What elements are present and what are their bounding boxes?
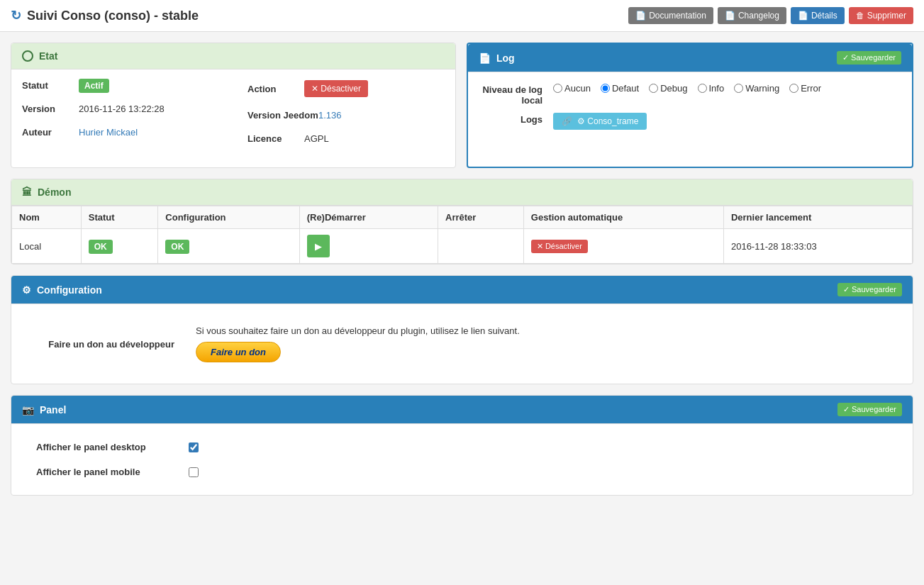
panel-section: 📷 Panel ✓ Sauvegarder Afficher le panel … <box>11 395 913 496</box>
radio-error[interactable]: Error <box>789 83 821 94</box>
etat-panel-header: Etat <box>11 43 455 69</box>
demon-panel: 🏛 Démon Nom Statut Configuration (Re)Dém… <box>11 179 913 264</box>
log-logs-row: Logs 🔗 ⚙ Conso_trame <box>479 113 901 130</box>
main-content: Etat Statut Actif Version <box>0 32 924 517</box>
changelog-button[interactable]: 📄 Changelog <box>718 7 786 24</box>
demon-panel-header: 🏛 Démon <box>11 179 913 206</box>
link-icon: 🔗 <box>562 116 572 126</box>
back-icon: ↻ <box>11 8 21 23</box>
config-icon: ⚙ <box>22 284 31 296</box>
cell-configuration: OK <box>158 229 299 264</box>
panel-mobile-checkbox[interactable] <box>189 467 199 477</box>
etat-panel: Etat Statut Actif Version <box>11 43 456 168</box>
panel-section-header: 📷 Panel ✓ Sauvegarder <box>11 396 913 424</box>
radio-defaut[interactable]: Defaut <box>601 83 639 94</box>
demon-icon: 🏛 <box>22 186 32 198</box>
etat-licence-row: Licence AGPL <box>247 133 445 144</box>
details-button[interactable]: 📄 Détails <box>791 7 845 24</box>
documentation-button[interactable]: 📄 Documentation <box>628 7 713 24</box>
cell-dernier-lancement: 2016-11-28 18:33:03 <box>723 229 912 264</box>
radio-info[interactable]: Info <box>698 83 725 94</box>
redemarrer-button[interactable]: ▶ <box>307 235 330 257</box>
panel-icon: 📷 <box>22 404 34 416</box>
log-panel-header: 📄 Log ✓ Sauvegarder <box>468 44 912 72</box>
log-icon: 📄 <box>479 52 491 64</box>
statut-badge: Actif <box>79 79 109 93</box>
demon-panel-body: Nom Statut Configuration (Re)Démarrer Ar… <box>11 206 913 264</box>
etat-statut-row: Statut Actif <box>22 80 219 91</box>
don-button[interactable]: Faire un don <box>196 342 281 362</box>
etat-action-row: Action ✕ Désactiver <box>247 80 445 97</box>
delete-button[interactable]: 🗑 Supprimer <box>849 7 913 24</box>
gestion-desactiver-button[interactable]: ✕ Désactiver <box>531 240 588 253</box>
col-nom: Nom <box>12 206 82 229</box>
log-radios: Aucun Defaut Debug Info Warning <box>553 83 821 94</box>
panel-desktop-checkbox[interactable] <box>189 442 199 452</box>
log-niveau-row: Niveau de log local Aucun Defaut Debug <box>479 83 901 106</box>
col-redemarrer: (Re)Démarrer <box>299 206 438 229</box>
trash-icon: 🗑 <box>856 11 864 21</box>
changelog-icon: 📄 <box>725 11 735 21</box>
configuration-panel-header: ⚙ Configuration ✓ Sauvegarder <box>11 276 913 304</box>
etat-version-row: Version 2016-11-26 13:22:28 <box>22 104 219 114</box>
col-statut: Statut <box>81 206 158 229</box>
version-value: 2016-11-26 13:22:28 <box>79 104 219 114</box>
logs-conso-button[interactable]: 🔗 ⚙ Conso_trame <box>553 113 647 130</box>
col-configuration: Configuration <box>158 206 299 229</box>
etat-panel-body: Statut Actif Version 2016-11-26 13:22:28… <box>11 69 455 167</box>
config-don-row: Faire un don au développeur Si vous souh… <box>22 315 902 373</box>
log-panel: 📄 Log ✓ Sauvegarder Niveau de log local … <box>467 43 913 168</box>
etat-version-jeedom-row: Version Jeedom 1.136 <box>247 110 445 121</box>
author-link[interactable]: Hurier Mickael <box>79 127 138 138</box>
details-icon: 📄 <box>798 11 808 21</box>
panel-mobile-row: Afficher le panel mobile <box>22 459 902 484</box>
top-bar: ↻ Suivi Conso (conso) - stable 📄 Documen… <box>0 0 924 32</box>
demon-table: Nom Statut Configuration (Re)Démarrer Ar… <box>11 206 913 264</box>
col-gestion-auto: Gestion automatique <box>523 206 723 229</box>
don-text: Si vous souhaitez faire un don au dévelo… <box>196 325 520 336</box>
doc-icon: 📄 <box>635 11 646 21</box>
config-save-button[interactable]: ✓ Sauvegarder <box>837 283 902 296</box>
top-row: Etat Statut Actif Version <box>11 43 913 179</box>
radio-debug[interactable]: Debug <box>649 83 687 94</box>
cell-gestion-auto: ✕ Désactiver <box>523 229 723 264</box>
radio-aucun[interactable]: Aucun <box>553 83 591 94</box>
page-title: ↻ Suivi Conso (conso) - stable <box>11 8 199 23</box>
log-panel-body: Niveau de log local Aucun Defaut Debug <box>468 72 912 140</box>
table-row: Local OK OK ▶ ✕ Désactiver <box>12 229 913 264</box>
panel-section-body: Afficher le panel desktop Afficher le pa… <box>11 424 913 495</box>
licence-value: AGPL <box>304 133 445 144</box>
col-arreter: Arrêter <box>438 206 524 229</box>
col-dernier-lancement: Dernier lancement <box>723 206 912 229</box>
desactiver-button[interactable]: ✕ Désactiver <box>304 80 368 97</box>
panel-desktop-row: Afficher le panel desktop <box>22 435 902 459</box>
etat-auteur-row: Auteur Hurier Mickael <box>22 127 219 138</box>
demon-table-header-row: Nom Statut Configuration (Re)Démarrer Ar… <box>12 206 913 229</box>
cell-arreter <box>438 229 524 264</box>
radio-warning[interactable]: Warning <box>734 83 779 94</box>
version-jeedom-link[interactable]: 1.136 <box>318 110 342 121</box>
circle-icon <box>22 50 33 62</box>
cell-redemarrer: ▶ <box>299 229 438 264</box>
log-save-button[interactable]: ✓ Sauvegarder <box>837 51 901 65</box>
panel-save-button[interactable]: ✓ Sauvegarder <box>837 403 902 416</box>
cell-statut: OK <box>81 229 158 264</box>
top-bar-buttons: 📄 Documentation 📄 Changelog 📄 Détails 🗑 … <box>628 7 913 24</box>
configuration-panel: ⚙ Configuration ✓ Sauvegarder Faire un d… <box>11 275 913 384</box>
cell-nom: Local <box>12 229 82 264</box>
configuration-panel-body: Faire un don au développeur Si vous souh… <box>11 304 913 384</box>
